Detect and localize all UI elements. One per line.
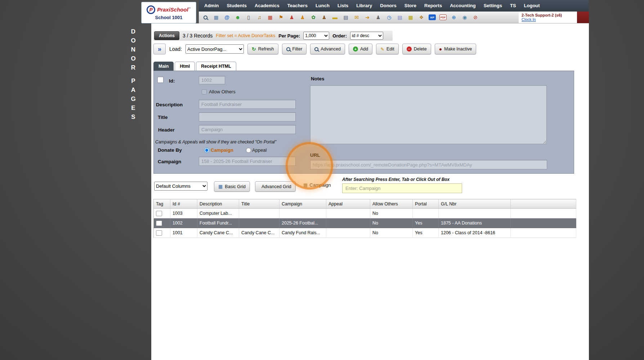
title-field[interactable] [199, 112, 296, 121]
search-icon[interactable] [202, 14, 209, 21]
campaign-search-label: ▦ Campaign [303, 182, 331, 188]
nav-lists[interactable]: Lists [334, 0, 352, 12]
header-description[interactable]: Description [197, 199, 239, 209]
table-row[interactable]: 1001 Candy Cane C... Candy Cane C... Can… [154, 228, 576, 238]
refresh-button[interactable]: ↻ Refresh [247, 44, 278, 54]
header-appeal[interactable]: Appeal [326, 199, 370, 209]
filter-button[interactable]: Filter [282, 44, 307, 54]
spreadsheet-icon[interactable]: ▦ [213, 14, 220, 21]
magnifier-icon [286, 47, 290, 51]
order-select[interactable]: id # desc [350, 32, 383, 40]
chat-icon[interactable]: ☻ [234, 14, 241, 21]
table-row-selected[interactable]: 1002 Football Fundr... 2025-26 Footbal..… [154, 218, 576, 228]
forward-icon[interactable]: ➔ [364, 14, 371, 21]
nav-students[interactable]: Students [223, 0, 251, 12]
row-tag-checkbox[interactable] [156, 211, 162, 216]
delete-button[interactable]: − Delete [402, 44, 431, 54]
header-field[interactable] [199, 125, 296, 134]
ticket-icon[interactable]: ▬ [331, 14, 339, 21]
praxischool-logo[interactable]: P PraxiSchool™ School 1001 [141, 2, 196, 23]
refresh-icon: ↻ [252, 46, 256, 52]
mail-send-icon[interactable]: ✉ [353, 14, 360, 21]
header-label: Header [158, 127, 175, 133]
advanced-button[interactable]: Advanced [310, 44, 345, 54]
power-icon[interactable]: ⊘ [472, 14, 479, 21]
disc-icon[interactable]: ◉ [461, 14, 468, 21]
globe-icon[interactable]: ⊕ [450, 14, 457, 21]
edit-button[interactable]: ✎ Edit [376, 44, 398, 54]
person-gray-icon[interactable]: ♟ [375, 14, 382, 21]
add-button[interactable]: + Add [349, 44, 372, 54]
table-header-row: Tag Id # Description Title Campaign Appe… [154, 199, 576, 209]
record-form-panel: Id: Allow Others Description Title Heade… [153, 71, 574, 174]
audio-icon[interactable]: ♫ [256, 14, 263, 21]
description-field[interactable] [199, 100, 296, 109]
url-field[interactable] [310, 160, 547, 169]
clock-icon[interactable]: ◷ [385, 14, 393, 21]
pdf-icon[interactable]: PDF [439, 14, 447, 21]
email-icon[interactable]: @ [223, 14, 231, 21]
header-allow-others[interactable]: Allow Others [370, 199, 413, 209]
leaf-icon[interactable]: ✿ [310, 14, 317, 21]
cell-allow-others: No [370, 218, 413, 228]
nav-teachers[interactable]: Teachers [283, 0, 312, 12]
row-tag-checkbox[interactable] [156, 230, 162, 236]
nav-academics[interactable]: Academics [251, 0, 283, 12]
cell-allow-others: No [370, 228, 413, 238]
header-id[interactable]: Id # [170, 199, 197, 209]
nav-admin[interactable]: Admin [200, 0, 223, 12]
header-tag[interactable]: Tag [154, 199, 170, 209]
id-field[interactable] [199, 76, 225, 84]
cell-title [239, 209, 279, 218]
advanced-grid-button[interactable]: ▦ Advanced Grid [255, 181, 296, 192]
columns-select[interactable]: Default Columns [154, 182, 207, 191]
nav-store[interactable]: Store [401, 0, 420, 12]
basic-grid-button[interactable]: ▦ Basic Grid [214, 181, 250, 192]
nav-ts[interactable]: TS [506, 0, 520, 12]
id-checkbox[interactable] [157, 77, 164, 83]
person-orange-icon[interactable]: ♟ [299, 14, 306, 21]
actions-button[interactable]: Actions [154, 31, 179, 40]
header-title[interactable]: Title [239, 199, 279, 209]
keyboard-icon[interactable]: ▦ [407, 14, 414, 21]
clock-in-link[interactable]: Clock In [522, 17, 536, 22]
table-row[interactable]: 1003 Computer Lab... No [154, 209, 576, 218]
accounts-payable-icon[interactable]: A/P [429, 14, 436, 21]
header-gl-nbr[interactable]: G/L Nbr [439, 199, 511, 209]
load-select[interactable]: Active DonorPag... [185, 44, 244, 54]
expand-chevrons-button[interactable]: » [153, 44, 166, 54]
mobile-phone-icon[interactable]: ▯ [245, 14, 252, 21]
person-brown-icon[interactable]: ♟ [321, 14, 328, 21]
campaign-search-input[interactable] [342, 183, 462, 193]
notes-textarea[interactable] [310, 85, 547, 144]
calendar-icon[interactable]: ▦ [267, 14, 274, 21]
nav-donors[interactable]: Donors [376, 0, 401, 12]
campaign-field[interactable] [199, 157, 296, 166]
header-portal[interactable]: Portal [413, 199, 439, 209]
row-tag-checkbox[interactable] [156, 221, 162, 226]
nav-library[interactable]: Library [352, 0, 376, 12]
per-page-label: Per Page: [278, 33, 300, 39]
tab-main[interactable]: Main [153, 62, 174, 71]
nav-lunch[interactable]: Lunch [312, 0, 334, 12]
list-icon[interactable]: ▤ [396, 14, 403, 21]
notepad-icon[interactable]: ▤ [342, 14, 349, 21]
nav-reports[interactable]: Reports [420, 0, 446, 12]
nav-accounting[interactable]: Accounting [446, 0, 480, 12]
toolbar-red-indicator [577, 12, 589, 23]
tab-html[interactable]: Html [175, 62, 195, 71]
donate-by-campaign-radio[interactable] [204, 148, 209, 153]
records-count: 3 / 3 Records [183, 33, 213, 39]
nav-logout[interactable]: Logout [520, 0, 544, 12]
per-page-select[interactable]: 1,000 [303, 32, 329, 40]
donate-by-appeal-radio[interactable] [246, 148, 251, 153]
person-red-icon[interactable]: ♟ [288, 14, 295, 21]
announcement-icon[interactable]: ⚑ [277, 14, 285, 21]
sidebar-label-donor: DONOR [130, 27, 137, 72]
allow-others-checkbox[interactable] [202, 89, 207, 94]
make-inactive-button[interactable]: ● Make Inactive [435, 44, 477, 54]
header-campaign[interactable]: Campaign [279, 199, 326, 209]
tab-receipt-html[interactable]: Receipt HTML [196, 62, 236, 71]
badge-icon[interactable]: ❖ [418, 14, 425, 21]
nav-settings[interactable]: Settings [480, 0, 506, 12]
